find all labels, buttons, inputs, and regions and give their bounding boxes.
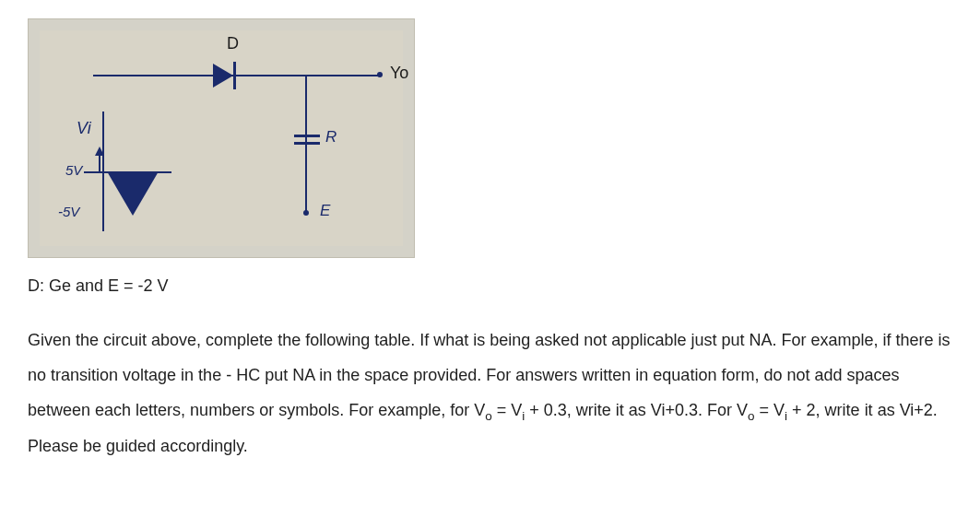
output-node-dot bbox=[377, 72, 383, 77]
waveform-tick bbox=[99, 156, 100, 172]
label-d: D bbox=[227, 34, 239, 53]
instr-text-3: + 0.3, write it as Vi+0.3. For V bbox=[525, 401, 748, 419]
instr-sub-o1: o bbox=[485, 408, 492, 422]
waveform-arrow-up bbox=[95, 147, 104, 156]
label-vi: Vi bbox=[77, 119, 91, 138]
label-e: E bbox=[320, 202, 330, 220]
label-5v: 5V bbox=[65, 162, 82, 178]
label-r: R bbox=[325, 128, 337, 147]
e-terminal-dot bbox=[303, 210, 309, 216]
instructions-paragraph: Given the circuit above, complete the fo… bbox=[28, 323, 952, 463]
label-yo: Yo bbox=[390, 64, 408, 83]
diode-triangle bbox=[213, 64, 233, 88]
circuit-caption: D: Ge and E = -2 V bbox=[28, 276, 952, 296]
diode-symbol bbox=[213, 64, 250, 88]
circuit-diagram: D Yo Vi R 5V -5V E bbox=[28, 18, 415, 258]
instr-sub-o2: o bbox=[748, 408, 755, 422]
instr-text-2: = V bbox=[492, 401, 523, 419]
label-neg-5v: -5V bbox=[58, 204, 79, 219]
waveform-triangle-down bbox=[107, 171, 159, 216]
diode-cathode-bar bbox=[233, 62, 236, 89]
component-plate-top bbox=[294, 135, 320, 137]
component-plate-bottom bbox=[294, 142, 320, 145]
instr-text-4: = V bbox=[755, 401, 785, 419]
